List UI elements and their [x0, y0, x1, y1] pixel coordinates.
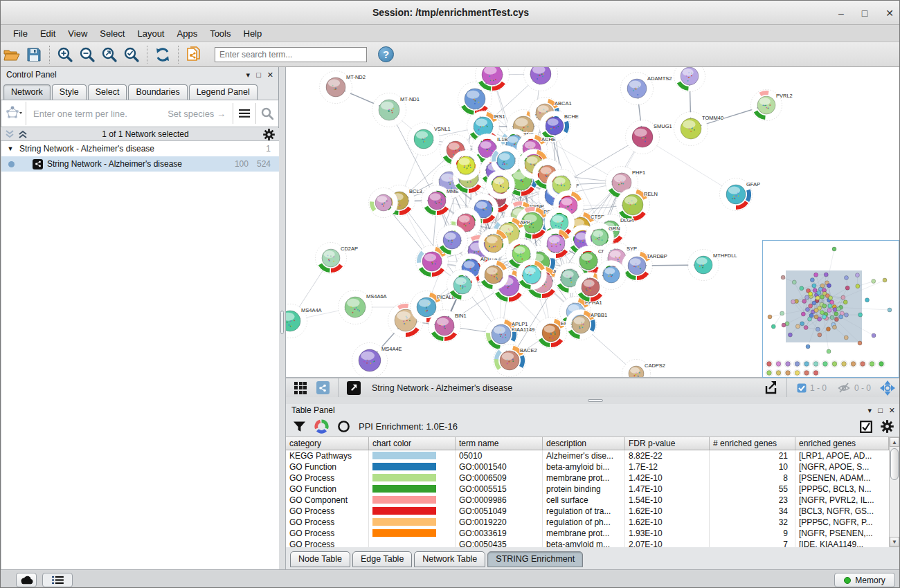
network-node-CD2AP[interactable]: CD2AP: [316, 243, 359, 274]
panel-menu-icon[interactable]: ▾: [868, 406, 872, 415]
gear-icon[interactable]: [263, 129, 275, 140]
menu-layout[interactable]: Layout: [132, 26, 170, 41]
splitter-grip[interactable]: [280, 311, 284, 334]
detach-view-button[interactable]: [343, 378, 364, 398]
network-node-MT-ND1[interactable]: MT-ND1: [372, 93, 420, 127]
scroll-down-button[interactable]: ▼: [890, 537, 899, 546]
select-all-checkbox-icon[interactable]: [860, 421, 872, 433]
tab-boundaries[interactable]: Boundaries: [128, 84, 187, 100]
menu-file[interactable]: File: [8, 26, 33, 41]
table-vertical-scrollbar[interactable]: ▲ ▼: [889, 437, 900, 547]
column-header-enriched-genes[interactable]: enriched genes: [795, 437, 889, 450]
panel-float-icon[interactable]: □: [878, 406, 883, 414]
string-search-button[interactable]: [256, 102, 278, 125]
network-node-MS4A4A[interactable]: MS4A4A: [286, 304, 322, 338]
column-header-term-name[interactable]: term name: [456, 437, 543, 450]
menu-tools[interactable]: Tools: [204, 26, 236, 41]
table-row[interactable]: GO ProcessGO:0006509membrane prot...1.42…: [286, 472, 889, 484]
network-node-TOMM40[interactable]: TOMM40: [674, 112, 724, 146]
network-node-BACE2[interactable]: BACE2: [494, 344, 537, 377]
search-input[interactable]: [215, 47, 367, 62]
tab-edge-table[interactable]: Edge Table: [352, 551, 412, 567]
column-header-description[interactable]: description: [543, 437, 625, 450]
zoom-in-button[interactable]: [55, 44, 75, 65]
chart-color-donut-icon[interactable]: [314, 419, 329, 434]
collapse-all-icon[interactable]: [5, 129, 15, 139]
open-session-button[interactable]: [1, 44, 22, 65]
network-node-SMUG1[interactable]: SMUG1: [626, 120, 672, 154]
eye-slash-icon[interactable]: [838, 383, 851, 393]
network-node-MTHFDLL[interactable]: MTHFDLL: [688, 250, 737, 281]
network-node-ADAMTS2[interactable]: ADAMTS2: [621, 73, 672, 105]
tab-legend-panel[interactable]: Legend Panel: [189, 84, 258, 100]
table-row[interactable]: GO ComponentGO:0009986cell surface1.54E-…: [286, 495, 889, 506]
tree-expand-caret[interactable]: ▼: [1, 145, 19, 152]
menu-view[interactable]: View: [62, 26, 93, 41]
panel-splitter-horizontal[interactable]: [286, 397, 900, 404]
navigator-button[interactable]: [877, 378, 898, 398]
table-row[interactable]: KEGG Pathways05010Alzheimer's dise...8.8…: [286, 450, 889, 461]
panel-menu-icon[interactable]: ▾: [246, 71, 251, 80]
network-row[interactable]: String Network - Alzheimer's disease 100…: [1, 156, 279, 172]
maximize-button[interactable]: □: [862, 8, 867, 19]
panel-float-icon[interactable]: □: [256, 71, 261, 79]
scrollbar-thumb[interactable]: [890, 448, 899, 480]
table-row[interactable]: GO FunctionGO:0005515protein binding1.47…: [286, 484, 889, 495]
network-node-MT-ND2[interactable]: MT-ND2: [320, 71, 366, 104]
import-network-button[interactable]: [183, 44, 204, 65]
ring-icon[interactable]: [337, 420, 350, 433]
tab-select[interactable]: Select: [88, 84, 127, 100]
selected-checkbox-icon[interactable]: [797, 383, 807, 393]
expand-all-icon[interactable]: [18, 129, 28, 139]
title-bar[interactable]: Session: /tmp/enrichmentTest.cys – □ ✕: [1, 1, 900, 25]
grid-view-button[interactable]: [290, 378, 311, 398]
network-node[interactable]: [524, 67, 558, 91]
network-node-GFAP[interactable]: GFAP: [720, 178, 761, 211]
menu-apps[interactable]: Apps: [172, 26, 204, 41]
zoom-fit-button[interactable]: [99, 44, 120, 65]
tab-network-table[interactable]: Network Table: [414, 551, 485, 567]
zoom-selected-button[interactable]: [121, 44, 142, 65]
string-query-input[interactable]: Enter one term per line.: [26, 109, 168, 119]
zoom-out-button[interactable]: [77, 44, 98, 65]
column-header---enriched-genes[interactable]: # enriched genes: [710, 437, 795, 450]
table-row[interactable]: GO ProcessGO:0051049regulation of tra...…: [286, 506, 889, 517]
string-view-button[interactable]: [312, 378, 333, 398]
network-node-MS4A4E[interactable]: MS4A4E: [352, 343, 402, 378]
memory-button[interactable]: Memory: [834, 573, 895, 587]
column-header-FDR-p-value[interactable]: FDR p-value: [625, 437, 710, 450]
network-node[interactable]: [674, 67, 705, 92]
network-node[interactable]: [478, 228, 510, 259]
task-history-button[interactable]: [42, 573, 73, 587]
help-button[interactable]: ?: [378, 46, 394, 62]
table-row[interactable]: GO ProcessGO:0050435beta-amyloid m...2.0…: [286, 539, 889, 547]
tab-string-enrichment[interactable]: STRING Enrichment: [487, 551, 583, 567]
panel-splitter-vertical[interactable]: [279, 67, 286, 569]
menu-help[interactable]: Help: [238, 26, 268, 41]
tab-node-table[interactable]: Node Table: [290, 551, 350, 567]
table-row[interactable]: GO FunctionGO:0001540beta-amyloid bi...1…: [286, 461, 889, 472]
string-options-button[interactable]: [233, 102, 255, 125]
tab-network[interactable]: Network: [3, 84, 51, 100]
network-node[interactable]: [447, 270, 478, 301]
close-button[interactable]: ✕: [885, 8, 894, 19]
refresh-button[interactable]: [152, 44, 173, 65]
menu-select[interactable]: Select: [94, 26, 130, 41]
menu-edit[interactable]: Edit: [35, 26, 61, 41]
network-node-APBB1[interactable]: APBB1: [566, 309, 608, 340]
network-node-PVRL2[interactable]: PVRL2: [751, 90, 793, 121]
minimize-button[interactable]: –: [838, 8, 844, 19]
birds-eye-view[interactable]: [762, 240, 899, 378]
export-network-button[interactable]: [761, 378, 782, 398]
network-collection-row[interactable]: ▼ String Network - Alzheimer's disease 1: [1, 141, 279, 156]
table-row[interactable]: GO ProcessGO:0033619membrane prot...1.93…: [286, 528, 889, 539]
panel-close-icon[interactable]: ✕: [889, 406, 895, 415]
tab-style[interactable]: Style: [52, 84, 87, 100]
splitter-grip[interactable]: [588, 399, 603, 402]
scroll-up-button[interactable]: ▲: [890, 437, 899, 447]
panel-close-icon[interactable]: ✕: [267, 71, 273, 80]
column-header-chart-color[interactable]: chart color: [369, 437, 456, 450]
network-node-BIN1[interactable]: BIN1: [429, 310, 467, 342]
cloud-tasks-button[interactable]: [16, 573, 37, 587]
network-node-CADPS2[interactable]: CADPS2: [622, 360, 666, 378]
